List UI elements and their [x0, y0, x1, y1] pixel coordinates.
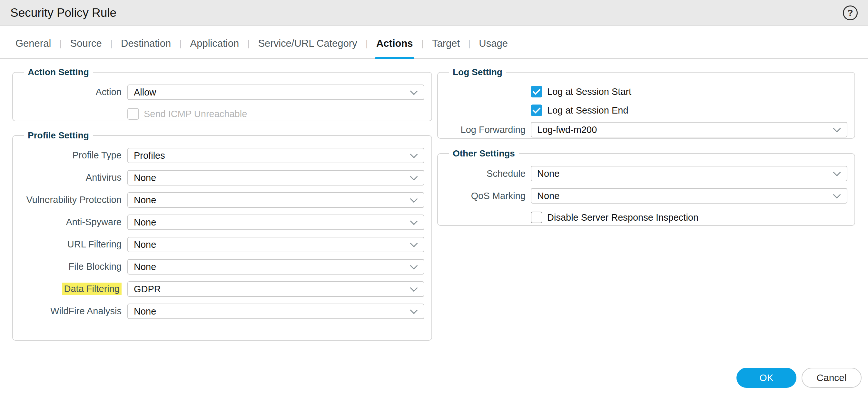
tab-divider: | — [240, 38, 257, 58]
qos-marking-select[interactable]: None — [531, 188, 847, 204]
profile-setting-panel: Profile Setting Profile Type Profiles An… — [12, 130, 432, 341]
profile-type-label: Profile Type — [20, 150, 122, 161]
schedule-row: Schedule None — [445, 166, 847, 181]
action-setting-panel: Action Setting Action Allow Send ICMP Un… — [12, 67, 432, 121]
tab-destination[interactable]: Destination — [120, 38, 172, 58]
profile-setting-legend: Profile Setting — [24, 130, 93, 141]
schedule-value: None — [537, 168, 829, 179]
dialog-header: Security Policy Rule ? — [0, 0, 868, 26]
profile-type-row: Profile Type Profiles — [20, 148, 424, 163]
schedule-label: Schedule — [445, 168, 526, 179]
tab-bar: General | Source | Destination | Applica… — [0, 26, 868, 59]
anti-spyware-label: Anti-Spyware — [20, 217, 122, 228]
url-filtering-label: URL Filtering — [20, 239, 122, 250]
log-setting-panel: Log Setting Log at Session Start Log at … — [437, 67, 855, 139]
log-session-end-label: Log at Session End — [547, 105, 628, 116]
url-filtering-row: URL Filtering None — [20, 237, 424, 252]
log-setting-legend: Log Setting — [449, 67, 506, 78]
help-icon[interactable]: ? — [843, 5, 858, 20]
vulnerability-protection-value: None — [134, 195, 406, 205]
chevron-down-icon — [410, 217, 417, 225]
tab-general[interactable]: General — [14, 38, 52, 58]
ok-button[interactable]: OK — [737, 368, 797, 388]
log-session-end-checkbox[interactable] — [531, 105, 542, 116]
log-forwarding-row: Log Forwarding Log-fwd-m200 — [445, 122, 847, 137]
chevron-down-icon — [410, 239, 417, 247]
log-session-start-row: Log at Session Start — [531, 85, 847, 99]
log-session-end-row: Log at Session End — [531, 103, 847, 117]
log-session-start-checkbox[interactable] — [531, 86, 542, 97]
chevron-down-icon — [410, 284, 417, 292]
vulnerability-protection-label: Vulnerability Protection — [20, 194, 122, 205]
data-filtering-row: Data Filtering GDPR — [20, 281, 424, 297]
tab-application[interactable]: Application — [189, 38, 240, 58]
chevron-down-icon — [410, 195, 417, 203]
antivirus-value: None — [134, 173, 406, 183]
chevron-down-icon — [833, 168, 841, 176]
tab-divider: | — [414, 38, 431, 58]
action-select-value: Allow — [134, 87, 406, 98]
tab-divider: | — [359, 38, 375, 58]
tab-source[interactable]: Source — [69, 38, 103, 58]
action-setting-legend: Action Setting — [24, 67, 93, 78]
send-icmp-label: Send ICMP Unreachable — [144, 109, 247, 119]
log-forwarding-label: Log Forwarding — [445, 124, 526, 135]
schedule-select[interactable]: None — [531, 166, 847, 181]
qos-marking-label: QoS Marking — [445, 191, 526, 201]
tab-usage[interactable]: Usage — [477, 38, 509, 58]
profile-type-select[interactable]: Profiles — [127, 148, 424, 163]
qos-marking-row: QoS Marking None — [445, 188, 847, 204]
vulnerability-protection-select[interactable]: None — [127, 192, 424, 208]
action-label: Action — [20, 86, 122, 98]
dsri-label: Disable Server Response Inspection — [547, 212, 699, 223]
tab-divider: | — [103, 38, 120, 58]
url-filtering-select[interactable]: None — [127, 237, 424, 252]
url-filtering-value: None — [134, 239, 406, 250]
other-settings-panel: Other Settings Schedule None QoS Marking… — [437, 148, 855, 226]
anti-spyware-row: Anti-Spyware None — [20, 214, 424, 230]
profile-type-value: Profiles — [134, 150, 406, 161]
action-row: Action Allow — [20, 85, 424, 100]
anti-spyware-value: None — [134, 217, 406, 228]
file-blocking-row: File Blocking None — [20, 259, 424, 275]
tab-service-url-category[interactable]: Service/URL Category — [257, 38, 358, 58]
highlighted-label: Data Filtering — [62, 283, 122, 295]
log-forwarding-value: Log-fwd-m200 — [537, 124, 829, 135]
wildfire-analysis-value: None — [134, 306, 406, 317]
log-forwarding-select[interactable]: Log-fwd-m200 — [531, 122, 847, 137]
tab-divider: | — [461, 38, 477, 58]
log-session-start-label: Log at Session Start — [547, 86, 631, 97]
chevron-down-icon — [833, 124, 841, 132]
security-policy-rule-dialog: Security Policy Rule ? General | Source … — [0, 0, 868, 401]
wildfire-analysis-row: WildFire Analysis None — [20, 304, 424, 319]
page-title: Security Policy Rule — [10, 6, 116, 20]
chevron-down-icon — [410, 87, 417, 95]
chevron-down-icon — [410, 306, 417, 314]
data-filtering-label: Data Filtering — [20, 283, 122, 294]
anti-spyware-select[interactable]: None — [127, 214, 424, 230]
data-filtering-value: GDPR — [134, 284, 406, 294]
send-icmp-row: Send ICMP Unreachable — [127, 107, 424, 121]
antivirus-row: Antivirus None — [20, 170, 424, 185]
tab-target[interactable]: Target — [431, 38, 461, 58]
data-filtering-select[interactable]: GDPR — [127, 281, 424, 297]
action-select[interactable]: Allow — [127, 85, 424, 100]
chevron-down-icon — [410, 150, 417, 158]
tab-divider: | — [52, 38, 69, 58]
vulnerability-protection-row: Vulnerability Protection None — [20, 192, 424, 208]
other-settings-legend: Other Settings — [449, 148, 519, 159]
qos-marking-value: None — [537, 191, 829, 201]
chevron-down-icon — [410, 173, 417, 180]
tab-actions[interactable]: Actions — [375, 38, 414, 58]
send-icmp-checkbox[interactable] — [127, 108, 139, 120]
wildfire-analysis-label: WildFire Analysis — [20, 306, 122, 317]
file-blocking-select[interactable]: None — [127, 259, 424, 275]
antivirus-select[interactable]: None — [127, 170, 424, 185]
dsri-checkbox[interactable] — [531, 212, 542, 223]
antivirus-label: Antivirus — [20, 172, 122, 183]
dsri-row: Disable Server Response Inspection — [531, 210, 847, 225]
tab-divider: | — [172, 38, 189, 58]
chevron-down-icon — [410, 262, 417, 269]
wildfire-analysis-select[interactable]: None — [127, 304, 424, 319]
cancel-button[interactable]: Cancel — [802, 368, 862, 388]
